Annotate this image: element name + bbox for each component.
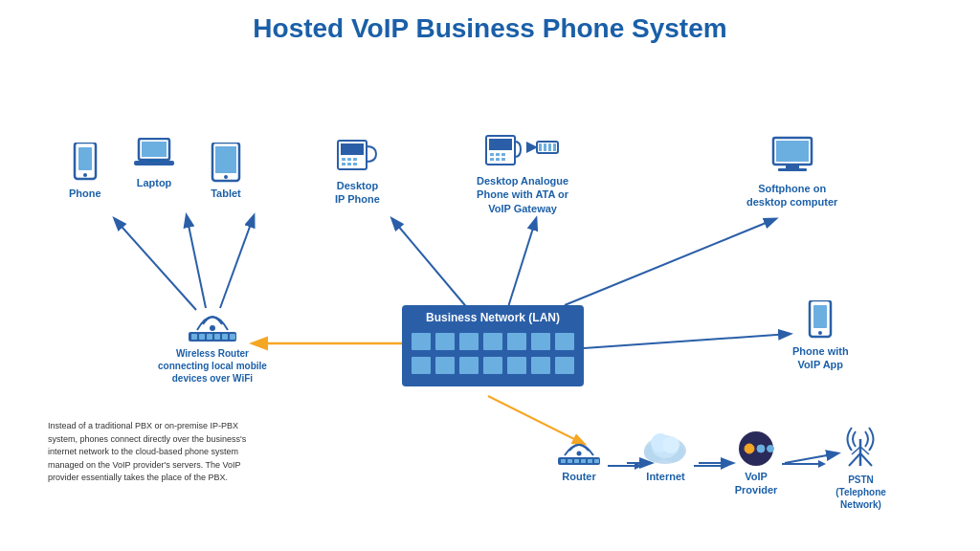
tablet-device: Tablet [211,143,241,200]
svg-rect-55 [230,334,235,340]
desktop-analogue-label: Desktop AnaloguePhone with ATA orVoIP Ga… [477,174,568,215]
phone-label: Phone [69,187,101,200]
svg-rect-69 [531,357,550,374]
voip-provider: VoIPProvider [732,430,780,497]
svg-rect-29 [353,163,357,165]
internet-label: Internet [646,470,684,483]
router-bottom: Router [555,430,603,483]
phone-device: Phone [69,143,101,200]
svg-rect-28 [347,163,351,165]
svg-line-5 [187,216,206,308]
svg-line-96 [849,453,860,466]
svg-rect-79 [581,459,586,463]
svg-rect-41 [544,143,546,151]
page: Hosted VoIP Business Phone System [0,0,980,551]
desktop-ip-phone: DesktopIP Phone [335,133,380,207]
svg-point-74 [577,452,582,456]
pstn-label: PSTN(TelephoneNetwork) [835,474,886,511]
internet-cloud: Internet [639,430,692,483]
svg-rect-62 [531,333,550,350]
svg-line-1 [507,219,536,310]
svg-rect-54 [222,334,228,340]
wireless-router-label: Wireless Routerconnecting local mobilede… [158,347,267,385]
svg-rect-23 [341,143,364,155]
page-title: Hosted VoIP Business Phone System [19,10,961,44]
svg-point-21 [224,175,228,179]
svg-rect-24 [342,158,345,161]
softphone-label: Softphone ondesktop computer [746,182,837,209]
svg-line-97 [860,453,872,466]
svg-line-2 [565,219,775,305]
svg-rect-32 [490,153,494,156]
biz-network-label: Business Network (LAN) [426,311,560,324]
svg-rect-64 [412,357,431,374]
softphone-device: Softphone ondesktop computer [746,136,837,209]
svg-rect-63 [555,333,574,350]
svg-rect-78 [574,459,579,463]
svg-point-73 [818,331,822,335]
svg-rect-50 [191,334,197,340]
svg-rect-13 [78,147,92,170]
svg-rect-66 [459,357,479,374]
svg-rect-52 [207,334,212,340]
svg-rect-26 [353,158,357,161]
svg-line-98 [852,447,860,454]
svg-rect-76 [561,459,566,463]
svg-rect-35 [490,158,494,161]
svg-rect-37 [501,158,505,161]
svg-rect-18 [147,160,161,162]
svg-line-6 [220,216,254,308]
desktop-analogue-phone: Desktop AnaloguePhone with ATA orVoIP Ga… [477,128,568,215]
wireless-router: Wireless Routerconnecting local mobilede… [158,296,267,385]
svg-rect-67 [483,357,502,374]
svg-line-0 [392,219,469,310]
svg-point-91 [745,444,754,453]
svg-point-92 [757,445,765,452]
svg-line-3 [584,334,790,348]
pstn-tower: PSTN(TelephoneNetwork) [835,420,887,511]
voip-provider-label: VoIPProvider [735,470,778,497]
svg-rect-36 [496,158,500,161]
phone-voip-app: Phone withVoIP App [792,300,849,372]
svg-point-93 [768,446,774,452]
svg-point-48 [210,325,215,331]
svg-rect-81 [594,459,599,463]
svg-rect-31 [489,139,512,150]
diagram: Phone Laptop Tablet [19,52,961,520]
laptop-label: Laptop [137,176,172,189]
desktop-ip-label: DesktopIP Phone [335,179,380,207]
svg-rect-61 [507,333,526,350]
svg-point-88 [662,436,679,453]
svg-rect-16 [142,142,167,157]
svg-rect-42 [548,143,551,151]
svg-point-14 [83,173,87,177]
svg-rect-20 [215,146,236,173]
description-text: Instead of a traditional PBX or on-premi… [48,420,249,485]
svg-rect-65 [435,357,455,374]
svg-rect-51 [199,334,205,340]
laptop-device: Laptop [134,138,174,189]
svg-rect-68 [507,357,526,374]
phone-voip-label: Phone withVoIP App [792,344,849,372]
svg-rect-80 [588,459,592,463]
svg-rect-33 [496,153,500,156]
svg-rect-40 [539,143,542,151]
svg-rect-43 [553,143,556,151]
svg-rect-27 [342,163,345,165]
svg-rect-57 [412,333,431,350]
svg-rect-34 [501,153,505,156]
svg-rect-58 [435,333,455,350]
svg-rect-47 [778,168,807,171]
svg-line-99 [860,447,869,454]
router-label: Router [562,470,595,483]
svg-rect-60 [483,333,502,350]
svg-rect-25 [347,158,351,161]
svg-rect-77 [568,459,572,463]
svg-rect-53 [214,334,220,340]
svg-rect-59 [459,333,479,350]
tablet-label: Tablet [211,187,241,200]
svg-rect-72 [813,305,827,328]
svg-rect-70 [555,357,574,374]
svg-rect-46 [786,165,799,168]
svg-rect-45 [776,141,809,162]
